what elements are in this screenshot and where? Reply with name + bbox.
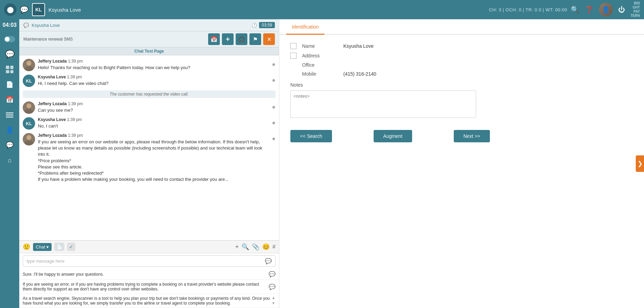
chat-area: 💬 Ksyusha Love 🕐 03:59 Maintenance renew…	[19, 19, 279, 308]
message-meta: Jeffery Lozada 1:39 pm	[38, 59, 269, 64]
augment-button[interactable]: Augment	[374, 130, 412, 142]
canned-response-2[interactable]: If you are seeing an error, or if you ar…	[19, 280, 279, 294]
avatar	[23, 59, 35, 71]
chat-bubble-sidebar-icon: 💬	[5, 50, 14, 59]
toolbar-right: + 🔍 📎 😊 #	[235, 243, 276, 251]
svg-point-0	[26, 61, 31, 66]
brand-logo: BRI GHT PAT TERN	[631, 1, 640, 18]
smile-icon[interactable]: 😊	[262, 243, 270, 251]
name-field-group: Name Ksyusha Love	[302, 43, 374, 49]
svg-point-2	[26, 103, 31, 108]
canned-response-3[interactable]: As a travel search engine, Skyscanner is…	[19, 294, 279, 308]
svg-point-1	[25, 66, 33, 71]
id-mobile-row: Mobile (415) 316-2140	[290, 71, 633, 77]
chevron-right-icon: ❯	[637, 160, 643, 167]
svg-point-5	[25, 141, 33, 145]
status-toggle-btn[interactable]	[3, 32, 17, 46]
help-icon[interactable]: ❓	[585, 6, 593, 14]
chat-bubble-sidebar-btn[interactable]: 💬	[3, 47, 17, 61]
message-body: Jeffery Lozada 1:39 pm Hello! Thanks for…	[38, 59, 269, 71]
table-row: KL Ksyusha Love 1:39 pm No, I can't ●	[23, 117, 276, 130]
message-body: Ksyusha Love 1:39 pm Hi, I need help. Ca…	[38, 75, 269, 87]
status-indicator[interactable]: ⬤	[4, 3, 17, 16]
message-text: No, I can't	[38, 123, 269, 129]
add-icon[interactable]: +	[235, 243, 239, 251]
calendar-btn[interactable]: 📅	[3, 93, 17, 107]
right-panel: Identification Name Ksyusha Love	[279, 19, 644, 308]
sender-name: Ksyusha Love	[38, 75, 66, 79]
tab-identification[interactable]: Identification	[286, 19, 324, 35]
canned-response-text: Sure. I'll be happy to answer your quest…	[23, 272, 104, 277]
check-btn[interactable]: ✓	[67, 243, 75, 251]
avatar[interactable]: 👤	[599, 3, 613, 16]
message-body: Jeffery Lozada 1:39 pm If you are seeing…	[38, 133, 269, 183]
flag-btn[interactable]: ⚑	[249, 33, 261, 45]
power-icon[interactable]: ⏻	[618, 6, 625, 14]
message-body: Ksyusha Love 1:39 pm No, I can't	[38, 117, 269, 129]
collapse-arrow[interactable]: ❯	[636, 155, 644, 172]
chat2-btn[interactable]: 💬	[3, 138, 17, 152]
agent-name: Ksyusha Love	[49, 7, 485, 13]
close-btn[interactable]: ✕	[263, 33, 275, 45]
emoji-btn[interactable]: 🙂	[23, 243, 30, 251]
apps-btn[interactable]	[3, 63, 17, 76]
chat-header-bubble-icon: 💬	[23, 23, 29, 28]
chat-header-right: 🕐 03:59	[251, 22, 275, 28]
canned-response-1[interactable]: Sure. I'll be happy to answer your quest…	[19, 269, 279, 280]
stats-display: CH: 3 | OCH: 0 | TR: 0.0 | WT: 00:00	[489, 7, 567, 12]
message-status-dot: ●	[272, 61, 276, 68]
name-checkbox[interactable]	[290, 43, 297, 49]
scroll-down-icon[interactable]: ▼	[271, 301, 276, 306]
address-field-group: Address	[302, 53, 343, 58]
tag-icon[interactable]: #	[272, 244, 276, 250]
contacts-btn[interactable]: 👤	[3, 123, 17, 137]
address-checkbox[interactable]	[290, 53, 297, 59]
chevron-down-icon: ▾	[46, 244, 49, 250]
calendar-icon: 📅	[6, 96, 13, 103]
apps-icon	[6, 66, 13, 73]
list-btn[interactable]	[3, 108, 17, 122]
message-text: Hi, I need help. Can we video chat?	[38, 80, 269, 87]
form-buttons: << Search Augment Next >>	[290, 130, 490, 142]
search-icon[interactable]: 🔍	[571, 6, 579, 14]
right-panel-wrapper: Identification Name Ksyusha Love	[279, 19, 644, 308]
chat2-icon: 💬	[6, 141, 13, 149]
sender-name: Jeffery Lozada	[38, 59, 67, 64]
avatar: KL	[23, 75, 35, 87]
table-row: KL Ksyusha Love 1:39 pm Hi, I need help.…	[23, 75, 276, 87]
attach-icon[interactable]: 📎	[252, 243, 259, 251]
chat-input-area: type message here 💬	[19, 253, 279, 269]
message-meta: Ksyusha Love 1:39 pm	[38, 75, 269, 79]
next-button[interactable]: Next >>	[454, 130, 490, 142]
chat-bubble-icon: 💬	[20, 6, 29, 14]
message-text: If you are seeing an error on our websit…	[38, 139, 269, 183]
documents-btn[interactable]: 📄	[3, 78, 17, 91]
document-btn[interactable]: 📄	[54, 243, 64, 251]
mobile-label: Mobile	[302, 71, 330, 77]
contacts-icon: 👤	[6, 126, 13, 134]
search-icon[interactable]: 🔍	[242, 243, 249, 251]
home-icon: ⌂	[8, 157, 12, 164]
svg-point-3	[25, 109, 33, 114]
mobile-value: (415) 316-2140	[343, 71, 376, 77]
table-row: Jeffery Lozada 1:39 pm Hello! Thanks for…	[23, 59, 276, 71]
home-btn[interactable]: ⌂	[3, 153, 17, 167]
message-meta: Ksyusha Love 1:39 pm	[38, 117, 269, 122]
notes-textarea[interactable]	[290, 90, 476, 118]
sender-name: Jeffery Lozada	[38, 101, 67, 106]
message-text: Hello! Thanks for reaching out to Bright…	[38, 65, 269, 71]
search-button[interactable]: << Search	[290, 130, 332, 142]
chat-timer: 03:59	[259, 22, 275, 28]
calendar-add-btn[interactable]: 📅	[208, 33, 220, 45]
scroll-up-icon[interactable]: ▲	[271, 295, 276, 300]
chat-input-field[interactable]: type message here 💬	[23, 255, 276, 267]
id-office-row: Office	[290, 62, 633, 68]
add-btn[interactable]: +	[222, 33, 234, 45]
input-chat-icon: 💬	[265, 258, 272, 264]
mobile-field-group: Mobile (415) 316-2140	[302, 71, 376, 77]
system-message: The customer has requested the video cal…	[23, 90, 276, 98]
chat-mode-dropdown[interactable]: Chat ▾	[33, 243, 52, 251]
chat-messages[interactable]: Jeffery Lozada 1:39 pm Hello! Thanks for…	[19, 55, 279, 240]
headset-btn[interactable]: 🎧	[236, 33, 247, 45]
left-sidebar: 04:03 💬 📄 📅	[0, 19, 19, 308]
